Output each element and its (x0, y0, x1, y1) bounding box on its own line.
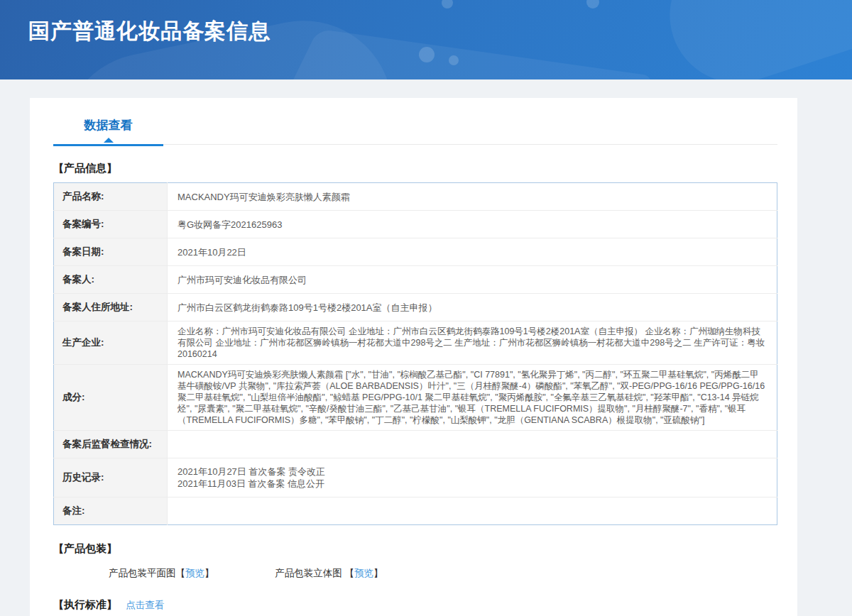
table-row: 成分:MACKANDY玛可安迪焕彩亮肤懒人素颜霜 ["水", "甘油", "棕榈… (54, 365, 777, 431)
row-value (168, 497, 777, 525)
product-table-body: 产品名称:MACKANDY玛可安迪焕彩亮肤懒人素颜霜备案编号:粤G妆网备字202… (54, 183, 777, 525)
bracket-close: 】 (204, 568, 214, 578)
packaging-stereo-preview-link[interactable]: 预览 (354, 568, 373, 578)
standard-view-link[interactable]: 点击查看 (126, 600, 164, 610)
bracket-open: 【 (345, 568, 355, 578)
row-label: 备案后监督检查情况: (54, 431, 168, 458)
row-value: MACKANDY玛可安迪焕彩亮肤懒人素颜霜 ["水", "甘油", "棕榈酸乙基… (168, 365, 777, 431)
row-label: 备案日期: (54, 238, 168, 266)
table-row: 备案人住所地址:广州市白云区鹤龙街鹤泰路109号1号楼2楼201A室（自主申报） (54, 294, 777, 321)
table-row: 备案日期:2021年10月22日 (54, 238, 777, 266)
row-label: 备案人: (54, 266, 168, 294)
packaging-stereo-label: 产品包装立体图 (275, 568, 342, 578)
table-row: 备案编号:粤G妆网备字2021625963 (54, 211, 777, 238)
product-info-table: 产品名称:MACKANDY玛可安迪焕彩亮肤懒人素颜霜备案编号:粤G妆网备字202… (53, 182, 777, 525)
row-label: 备案编号: (54, 211, 168, 238)
page-header: 国产普通化妆品备案信息 (0, 0, 852, 79)
row-value: 企业名称：广州市玛可安迪化妆品有限公司 企业地址：广州市白云区鹤龙街鹤泰路109… (168, 321, 777, 365)
page-title: 国产普通化妆品备案信息 (28, 17, 271, 46)
packaging-flat-label: 产品包装平面图 (109, 568, 176, 578)
table-row: 备注: (54, 497, 777, 525)
content-card: 数据查看 【产品信息】 产品名称:MACKANDY玛可安迪焕彩亮肤懒人素颜霜备案… (30, 98, 797, 616)
row-label: 备案人住所地址: (54, 294, 168, 321)
tab-data-view[interactable]: 数据查看 (53, 117, 163, 146)
standard-row: 【执行标准】 点击查看 (53, 598, 777, 612)
bracket-close: 】 (373, 568, 383, 578)
header-decor-dot (586, 0, 599, 9)
packaging-row: 产品包装平面图【预览】 产品包装立体图 【预览】 (109, 567, 777, 580)
table-row: 生产企业:企业名称：广州市玛可安迪化妆品有限公司 企业地址：广州市白云区鹤龙街鹤… (54, 321, 777, 365)
section-packaging-title: 【产品包装】 (53, 542, 777, 556)
section-product-info-title: 【产品信息】 (53, 162, 777, 175)
bracket-open: 【 (176, 568, 186, 578)
header-decor-dot (442, 0, 453, 9)
header-decor-dot (449, 55, 459, 65)
row-label: 产品名称: (54, 183, 168, 211)
table-row: 历史记录:2021年10月27日 首次备案 责令改正 2021年11月03日 首… (54, 458, 777, 497)
row-value: 2021年10月27日 首次备案 责令改正 2021年11月03日 首次备案 信… (168, 458, 777, 497)
row-label: 备注: (54, 497, 168, 525)
table-row: 备案后监督检查情况: (54, 431, 777, 458)
row-value: 广州市白云区鹤龙街鹤泰路109号1号楼2楼201A室（自主申报） (168, 294, 777, 321)
header-decor-blob (652, 0, 852, 79)
row-label: 成分: (54, 365, 168, 431)
row-label: 生产企业: (54, 321, 168, 365)
row-value: 2021年10月22日 (168, 238, 777, 266)
tab-bar: 数据查看 (53, 112, 777, 145)
row-value: 广州市玛可安迪化妆品有限公司 (168, 266, 777, 294)
header-decor-dot (419, 47, 435, 62)
table-row: 备案人:广州市玛可安迪化妆品有限公司 (54, 266, 777, 294)
row-value: MACKANDY玛可安迪焕彩亮肤懒人素颜霜 (168, 183, 777, 211)
row-value (168, 431, 777, 458)
packaging-flat-preview-link[interactable]: 预览 (185, 568, 204, 578)
packaging-flat-item: 产品包装平面图【预览】 (109, 568, 214, 578)
section-standard-title: 【执行标准】 (53, 598, 117, 610)
packaging-stereo-item: 产品包装立体图 【预览】 (275, 568, 383, 578)
table-row: 产品名称:MACKANDY玛可安迪焕彩亮肤懒人素颜霜 (54, 183, 777, 211)
row-value: 粤G妆网备字2021625963 (168, 211, 777, 238)
row-label: 历史记录: (54, 458, 168, 497)
tab-data-view-label: 数据查看 (84, 119, 133, 132)
